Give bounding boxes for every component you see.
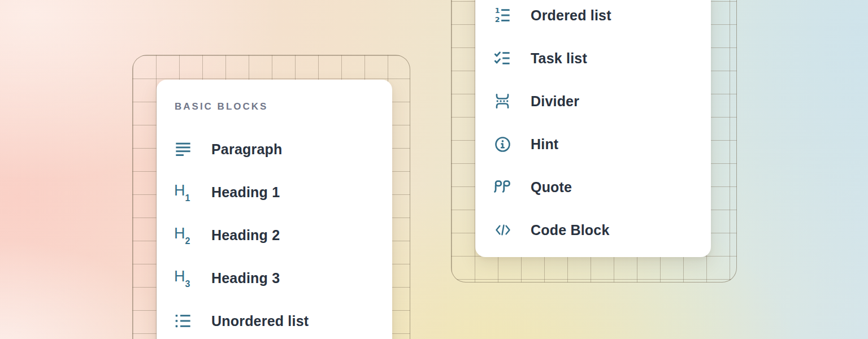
- menu-item-divider[interactable]: Divider: [493, 80, 693, 123]
- menu-item-label: Divider: [531, 93, 579, 110]
- insert-blocks-list: 1 2 Ordered list Task list Divider Hint …: [493, 0, 693, 251]
- menu-item-label: Ordered list: [531, 7, 611, 24]
- svg-text:2: 2: [495, 15, 500, 24]
- menu-item-label: Unordered list: [211, 313, 309, 329]
- paragraph-icon: [174, 140, 194, 158]
- menu-item-task-list[interactable]: Task list: [493, 37, 693, 80]
- section-label: BASIC BLOCKS: [175, 100, 375, 114]
- menu-item-label: Paragraph: [211, 141, 282, 158]
- heading-3-icon: H3: [174, 269, 194, 286]
- menu-item-label: Hint: [531, 136, 558, 153]
- insert-blocks-menu: 1 2 Ordered list Task list Divider Hint …: [475, 0, 711, 257]
- hint-icon: [493, 135, 514, 154]
- menu-item-heading-1[interactable]: H1Heading 1: [174, 171, 375, 214]
- ordered-list-icon: 1 2: [493, 6, 514, 24]
- heading-2-icon: H2: [174, 226, 194, 244]
- menu-item-heading-2[interactable]: H2Heading 2: [174, 214, 375, 257]
- menu-item-code-block[interactable]: Code Block: [493, 208, 693, 251]
- unordered-list-icon: [174, 312, 194, 330]
- menu-item-quote[interactable]: Quote: [493, 166, 693, 208]
- code-block-icon: [493, 221, 514, 238]
- menu-item-unordered-list[interactable]: Unordered list: [174, 299, 375, 339]
- menu-item-label: Heading 3: [211, 270, 280, 286]
- menu-item-label: Heading 2: [211, 227, 280, 244]
- menu-item-heading-3[interactable]: H3Heading 3: [174, 257, 375, 299]
- svg-text:1: 1: [495, 6, 500, 15]
- menu-item-hint[interactable]: Hint: [493, 123, 693, 166]
- menu-item-label: Heading 1: [211, 184, 280, 201]
- basic-blocks-list: ParagraphH1Heading 1H2Heading 2H3Heading…: [174, 128, 375, 339]
- task-list-icon: [493, 49, 514, 67]
- heading-1-icon: H1: [174, 183, 194, 201]
- quote-icon: [493, 178, 514, 196]
- menu-item-ordered-list[interactable]: 1 2 Ordered list: [493, 0, 693, 37]
- menu-item-label: Task list: [531, 50, 587, 67]
- basic-blocks-menu: BASIC BLOCKS ParagraphH1Heading 1H2Headi…: [157, 80, 392, 339]
- divider-icon: [493, 92, 514, 110]
- menu-item-label: Code Block: [531, 222, 610, 238]
- menu-item-paragraph[interactable]: Paragraph: [174, 128, 375, 171]
- menu-item-label: Quote: [531, 179, 572, 195]
